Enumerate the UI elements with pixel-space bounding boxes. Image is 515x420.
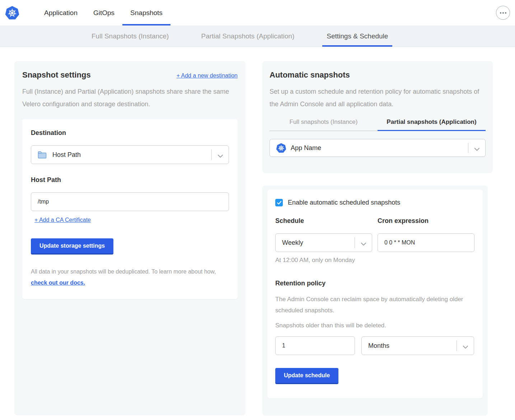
storage-form-card: Destination Host Path Host Path + Add a … [22, 119, 238, 299]
subtab-full-snapshots[interactable]: Full Snapshots (Instance) [87, 25, 173, 47]
retention-amount-input[interactable] [275, 336, 355, 355]
automatic-snapshots-description: Set up a custom schedule and retention p… [270, 85, 486, 111]
schedule-label: Schedule [275, 217, 372, 225]
chevron-down-icon [361, 241, 366, 247]
nav-item-snapshots[interactable]: Snapshots [122, 0, 170, 25]
select-divider [468, 143, 468, 153]
tab-label: Full snapshots (Instance) [290, 118, 358, 125]
retention-policy-title: Retention policy [275, 280, 475, 287]
subtab-settings-schedule[interactable]: Settings & Schedule [322, 25, 392, 47]
app-select[interactable]: App Name [270, 139, 486, 157]
retention-hint: Snapshots older than this will be delete… [275, 322, 475, 329]
destination-select-value: Host Path [52, 151, 81, 159]
chevron-down-icon [463, 344, 468, 350]
overflow-menu-button[interactable] [496, 6, 510, 20]
docs-link[interactable]: check out our docs. [31, 280, 85, 286]
nav-item-label: Snapshots [130, 9, 163, 17]
schedule-interval-value: Weekly [282, 239, 303, 247]
schedule-card: Enable automatic scheduled snapshots Sch… [267, 190, 483, 398]
retention-policy-description: The Admin Console can reclaim space by a… [275, 294, 475, 316]
destination-select[interactable]: Host Path [31, 145, 229, 164]
cron-expression-label: Cron expression [378, 217, 474, 225]
host-path-label: Host Path [31, 176, 229, 184]
host-path-input[interactable] [31, 192, 229, 211]
dedup-note: All data in your snapshots will be dedup… [31, 266, 229, 288]
subtab-label: Full Snapshots (Instance) [92, 32, 169, 40]
automatic-snapshots-title: Automatic snapshots [270, 70, 486, 80]
add-new-destination-link[interactable]: + Add a new destination [177, 73, 238, 79]
tab-full-snapshots-instance[interactable]: Full snapshots (Instance) [270, 118, 378, 131]
nav-item-label: GitOps [93, 9, 114, 17]
cron-hint: At 12:00 AM, only on Monday [275, 257, 475, 264]
add-ca-certificate-link[interactable]: + Add a CA Certificate [34, 217, 91, 223]
chevron-down-icon [217, 153, 223, 159]
chevron-down-icon [474, 146, 480, 153]
active-subtab-underline [322, 45, 392, 47]
update-schedule-button[interactable]: Update schedule [275, 368, 338, 384]
nav-item-label: Application [44, 9, 78, 17]
snapshots-subnav: Full Snapshots (Instance) Partial Snapsh… [0, 25, 515, 47]
app-select-value: App Name [291, 144, 321, 152]
primary-nav: Application GitOps Snapshots [36, 0, 170, 25]
select-divider [355, 237, 355, 248]
retention-unit-value: Months [368, 342, 389, 350]
snapshot-settings-description: Full (Instance) and Partial (Application… [22, 85, 238, 111]
tab-partial-snapshots-application[interactable]: Partial snapshots (Application) [378, 118, 486, 131]
ellipsis-icon [500, 12, 501, 14]
cron-expression-input[interactable] [378, 233, 474, 252]
schedule-outer-card: Enable automatic scheduled snapshots Sch… [262, 186, 488, 416]
subtab-label: Partial Snapshots (Application) [201, 32, 294, 40]
select-divider [211, 149, 212, 160]
top-nav: Application GitOps Snapshots [0, 0, 515, 25]
kubernetes-logo-icon [5, 6, 19, 20]
automatic-snapshots-card: Automatic snapshots Set up a custom sche… [262, 61, 493, 173]
app-kubernetes-icon [276, 143, 286, 153]
tab-label: Partial snapshots (Application) [387, 118, 476, 125]
dedup-note-text: All data in your snapshots will be dedup… [31, 269, 216, 275]
folder-icon [38, 151, 47, 159]
destination-label: Destination [31, 129, 229, 137]
nav-item-gitops[interactable]: GitOps [85, 0, 122, 25]
subtab-label: Settings & Schedule [327, 32, 388, 40]
retention-unit-select[interactable]: Months [361, 336, 474, 355]
nav-item-application[interactable]: Application [36, 0, 85, 25]
enable-snapshots-checkbox[interactable] [275, 199, 283, 206]
snapshot-type-tabs: Full snapshots (Instance) Partial snapsh… [270, 118, 486, 131]
snapshot-settings-title: Snapshot settings [22, 70, 91, 80]
snapshot-settings-card: Snapshot settings + Add a new destinatio… [14, 61, 245, 415]
select-divider [457, 340, 457, 351]
subtab-partial-snapshots[interactable]: Partial Snapshots (Application) [197, 25, 299, 47]
enable-snapshots-label: Enable automatic scheduled snapshots [288, 199, 400, 206]
update-storage-settings-button[interactable]: Update storage settings [31, 238, 113, 255]
schedule-interval-select[interactable]: Weekly [275, 233, 372, 252]
